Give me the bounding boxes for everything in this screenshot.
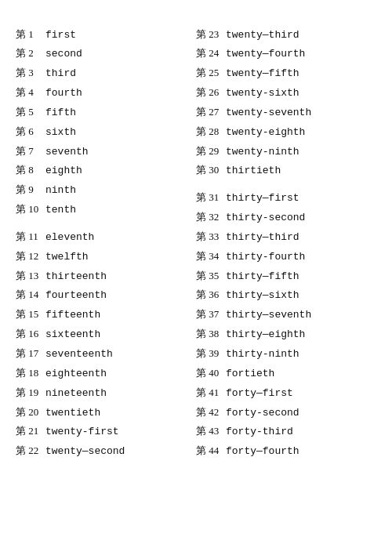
list-item: 第 20twentieth [16, 403, 196, 423]
list-item: 第 43forty-third [196, 423, 376, 442]
list-item: 第 19nineteenth [16, 383, 196, 403]
ordinal-number: 第 35 [196, 269, 226, 284]
ordinal-number: 第 2 [16, 46, 45, 61]
ordinal-word: twenty-sixth [226, 86, 299, 101]
ordinal-word: twenty—fourth [226, 47, 305, 62]
ordinal-number: 第 27 [196, 105, 226, 120]
list-item: 第 33thirty—third [196, 227, 376, 247]
list-item: 第 34thirty-fourth [196, 247, 376, 267]
ordinal-number: 第 37 [196, 307, 226, 322]
ordinal-word: twenty-first [45, 425, 119, 440]
ordinal-word: sixteenth [45, 328, 100, 343]
ordinal-word: twenty-ninth [226, 145, 299, 160]
list-item: 第 39thirty-ninth [196, 345, 376, 365]
ordinal-word: twenty—fifth [226, 67, 299, 82]
list-item: 第 35thirty—fifth [196, 267, 376, 286]
list-item: 第 26twenty-sixth [196, 84, 376, 103]
ordinal-number: 第 29 [196, 144, 226, 159]
list-item: 第 18eighteenth [16, 364, 196, 383]
ordinal-word: thirty—sixth [226, 288, 299, 303]
ordinal-number: 第 22 [16, 444, 45, 459]
ordinal-number: 第 21 [16, 424, 45, 439]
ordinal-number: 第 1 [16, 27, 45, 42]
list-item: 第 4fourth [16, 84, 196, 103]
ordinal-word: thirty—first [226, 191, 299, 206]
ordinal-number: 第 13 [16, 269, 45, 284]
ordinal-word: first [45, 28, 76, 43]
ordinal-number: 第 19 [16, 386, 45, 401]
ordinal-word: ninth [45, 183, 76, 198]
list-item: 第 23twenty—third [196, 25, 376, 45]
ordinal-word: nineteenth [45, 386, 107, 401]
ordinal-number: 第 34 [196, 249, 226, 264]
list-item: 第 13thirteenth [16, 267, 196, 286]
list-item: 第 25twenty—fifth [196, 64, 376, 84]
ordinal-word: twelfth [45, 250, 89, 265]
ordinal-number: 第 40 [196, 366, 226, 381]
ordinal-number: 第 12 [16, 249, 45, 264]
ordinal-number: 第 4 [16, 85, 45, 100]
ordinal-number: 第 39 [196, 346, 226, 361]
ordinal-number: 第 24 [196, 46, 226, 61]
ordinal-word: third [45, 67, 76, 82]
ordinal-number: 第 36 [196, 288, 226, 303]
ordinal-number: 第 26 [196, 85, 226, 100]
ordinal-number: 第 33 [196, 230, 226, 245]
ordinal-word: thirty-second [226, 211, 305, 226]
ordinal-word: thirteenth [45, 270, 107, 285]
list-item: 第 28twenty-eighth [196, 122, 376, 142]
ordinal-word: fifteenth [45, 308, 100, 323]
ordinal-number: 第 44 [196, 444, 226, 459]
ordinal-number: 第 38 [196, 327, 226, 342]
ordinal-number: 第 15 [16, 307, 45, 322]
ordinal-word: forty—fourth [226, 444, 299, 459]
ordinal-word: fourth [45, 86, 82, 101]
list-item: 第 21twenty-first [16, 423, 196, 442]
ordinal-number: 第 10 [16, 202, 45, 217]
list-item: 第 8eighth [16, 161, 196, 181]
ordinal-word: thirty—fifth [226, 270, 299, 285]
ordinal-word: twentieth [45, 406, 100, 421]
ordinal-word: thirty-ninth [226, 347, 299, 362]
ordinal-number: 第 23 [196, 27, 226, 42]
list-item: 第 37thirty—seventh [196, 306, 376, 325]
ordinal-number: 第 25 [196, 66, 226, 81]
ordinal-word: forty—first [226, 386, 293, 401]
list-item: 第 24twenty—fourth [196, 45, 376, 64]
list-item: 第 29twenty-ninth [196, 142, 376, 161]
list-item: 第 27twenty-seventh [196, 103, 376, 122]
list-item: 第 2second [16, 45, 196, 64]
right-column: 第 23twenty—third第 24twenty—fourth第 25twe… [196, 25, 376, 462]
spacer [16, 219, 196, 227]
list-item: 第 7seventh [16, 142, 196, 161]
list-item: 第 31thirty—first [196, 189, 376, 209]
ordinal-number: 第 8 [16, 163, 45, 178]
list-item: 第 1first [16, 25, 196, 45]
ordinal-word: fortieth [226, 367, 274, 382]
ordinal-number: 第 31 [196, 190, 226, 205]
ordinal-number: 第 3 [16, 66, 45, 81]
ordinal-word: sixth [45, 125, 76, 140]
ordinal-word: twenty-seventh [226, 106, 311, 121]
list-item: 第 22twenty—second [16, 442, 196, 462]
list-item: 第 17seventeenth [16, 345, 196, 365]
ordinal-number: 第 30 [196, 163, 226, 178]
list-item: 第 44forty—fourth [196, 442, 376, 462]
ordinal-number: 第 18 [16, 366, 45, 381]
ordinal-word: forty-third [226, 425, 293, 440]
list-item: 第 11eleventh [16, 227, 196, 247]
list-item: 第 42forty-second [196, 403, 376, 423]
list-item: 第 6sixth [16, 122, 196, 142]
ordinal-word: thirty—eighth [226, 328, 305, 343]
ordinal-word: eighteenth [45, 367, 107, 382]
list-item: 第 38thirty—eighth [196, 325, 376, 345]
list-item: 第 10tenth [16, 201, 196, 220]
list-item: 第 12twelfth [16, 247, 196, 267]
ordinal-number: 第 14 [16, 288, 45, 303]
ordinal-word: twenty—third [226, 28, 299, 43]
list-item: 第 30thirtieth [196, 161, 376, 181]
content-columns: 第 1first第 2second第 3third第 4fourth第 5fif… [16, 25, 376, 462]
list-item: 第 32thirty-second [196, 209, 376, 228]
ordinal-word: thirty-fourth [226, 250, 305, 265]
ordinal-word: tenth [45, 203, 76, 218]
